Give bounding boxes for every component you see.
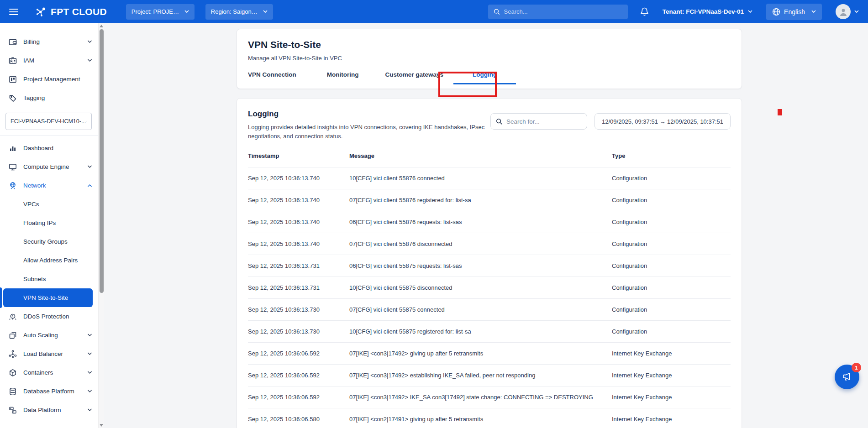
region-dropdown[interactable]: Region: Saigon (Vietn...: [205, 4, 273, 20]
chevron-down-icon: [854, 10, 859, 13]
sidebar-item-label: Load Balancer: [23, 350, 63, 357]
sidebar-item-load-balancer[interactable]: Load Balancer: [0, 344, 98, 363]
sidebar-item-label: Auto Scaling: [23, 332, 58, 339]
cell-type: Internet Key Exchange: [612, 372, 731, 379]
tab-customer-gateways[interactable]: Customer gateways: [385, 71, 444, 84]
sidebar-item-label: Project Management: [23, 76, 80, 83]
column-header-type: Type: [612, 152, 731, 159]
log-table: Timestamp Message Type Sep 12, 2025 10:3…: [248, 148, 731, 428]
log-search-input[interactable]: [506, 118, 582, 125]
user-menu[interactable]: [836, 4, 859, 19]
sidebar-item-label: IAM: [23, 57, 34, 64]
selected-accent-bar: [0, 287, 2, 308]
chevron-down-icon: [811, 10, 816, 13]
project-management-icon: [8, 75, 17, 84]
cell-timestamp: Sep 12, 2025 10:36:06.592: [248, 394, 349, 401]
announcements-button[interactable]: 1: [835, 365, 859, 389]
cell-timestamp: Sep 12, 2025 10:36:13.740: [248, 175, 349, 182]
date-range-picker[interactable]: 12/09/2025, 09:37:51 → 12/09/2025, 10:37…: [594, 113, 731, 130]
sidebar-item-label: Dashboard: [23, 145, 53, 151]
tag-icon: [8, 94, 17, 103]
cell-message: 07[CFG] vici client 55875 connected: [349, 306, 612, 313]
cell-type: Configuration: [612, 240, 731, 247]
sidebar-item-security-groups[interactable]: Security Groups: [0, 232, 98, 251]
database-icon: [8, 387, 17, 396]
sidebar-item-containers[interactable]: Containers: [0, 363, 98, 382]
chevron-down-icon: [87, 408, 92, 412]
sidebar-item-vpcs[interactable]: VPCs: [0, 195, 98, 214]
sidebar-item-label: Network: [23, 182, 46, 189]
sidebar-selected-wrap: VPN Site-to-Site: [0, 288, 98, 307]
sidebar-item-compute-engine[interactable]: Compute Engine: [0, 157, 98, 176]
network-icon: [8, 181, 17, 190]
cell-timestamp: Sep 12, 2025 10:36:06.592: [248, 350, 349, 357]
sidebar-item-floating-ips[interactable]: Floating IPs: [0, 214, 98, 232]
sidebar-item-vpn-site-to-site[interactable]: VPN Site-to-Site: [3, 288, 93, 307]
sidebar-item-subnets[interactable]: Subnets: [0, 270, 98, 288]
sidebar-item-database-platform[interactable]: Database Platform: [0, 382, 98, 401]
sidebar-scrollbar-thumb[interactable]: [100, 29, 104, 293]
project-dropdown-label: Project: PROJECT_FCI-...: [132, 8, 180, 15]
sidebar-item-label: Tagging: [23, 94, 45, 101]
logging-title: Logging: [248, 110, 490, 119]
cell-message: 07[IKE] <con3|17492> establishing IKE_SA…: [349, 372, 612, 379]
table-row: Sep 12, 2025 10:36:06.592 07[IKE] <con3|…: [248, 386, 731, 408]
chevron-down-icon: [87, 165, 92, 168]
sidebar-item-label: Allow Address Pairs: [23, 257, 78, 264]
logo-spark-icon: [35, 5, 47, 18]
chevron-down-icon: [87, 390, 92, 393]
cell-message: 07[IKE] <con3|17492> giving up after 5 r…: [349, 350, 612, 357]
tab-bar: VPN Connection Monitoring Customer gatew…: [248, 71, 731, 84]
tab-logging[interactable]: Logging: [473, 71, 497, 84]
scrollbar-down-arrow[interactable]: [100, 424, 103, 427]
billing-icon: [8, 37, 17, 47]
top-header: FPT CLOUD Project: PROJECT_FCI-... Regio…: [0, 0, 868, 23]
sidebar-item-project-management[interactable]: Project Management: [0, 70, 98, 89]
vpc-selector-label: FCI-VPNAAS-DEV-HCM10-...: [11, 118, 86, 125]
sidebar-item-label: Compute Engine: [23, 163, 69, 170]
chevron-down-icon: [184, 10, 189, 13]
auto-scaling-icon: [8, 331, 17, 340]
cell-timestamp: Sep 12, 2025 10:36:13.730: [248, 306, 349, 313]
sidebar-item-iam[interactable]: IAM: [0, 51, 98, 70]
sidebar: Billing IAM Project Management Tagging F…: [0, 23, 104, 428]
cell-message: 07[IKE] <con2|17491> giving up after 5 r…: [349, 416, 612, 423]
sidebar-item-allow-address-pairs[interactable]: Allow Address Pairs: [0, 251, 98, 270]
sidebar-item-ddos-protection[interactable]: DDoS Protection: [0, 307, 98, 326]
cell-message: 06[CFG] vici client 55875 requests: list…: [349, 262, 612, 269]
globe-icon: [772, 8, 780, 16]
vpc-selector-dropdown[interactable]: FCI-VPNAAS-DEV-HCM10-...: [5, 113, 92, 130]
cell-timestamp: Sep 12, 2025 10:36:13.740: [248, 219, 349, 225]
cell-timestamp: Sep 12, 2025 10:36:06.580: [248, 416, 349, 423]
sidebar-item-billing[interactable]: Billing: [0, 32, 98, 51]
sidebar-item-data-platform[interactable]: Data Platform: [0, 401, 98, 419]
project-dropdown[interactable]: Project: PROJECT_FCI-...: [126, 4, 195, 20]
tab-monitoring[interactable]: Monitoring: [327, 71, 359, 84]
cell-type: Internet Key Exchange: [612, 416, 731, 423]
sidebar-item-tagging[interactable]: Tagging: [0, 89, 98, 107]
sidebar-item-label: Data Platform: [23, 407, 61, 413]
sidebar-item-dashboard[interactable]: Dashboard: [0, 139, 98, 157]
cell-type: Configuration: [612, 197, 731, 204]
notification-badge: 1: [852, 363, 861, 372]
cell-type: Configuration: [612, 262, 731, 269]
notifications-bell-icon[interactable]: [640, 7, 649, 16]
page-subtitle: Manage all VPN Site-to-Site in VPC: [248, 55, 731, 62]
hamburger-menu-icon[interactable]: [9, 7, 18, 17]
global-search-input[interactable]: [504, 8, 622, 15]
fpt-cloud-logo: FPT CLOUD: [35, 5, 107, 18]
sidebar-item-label: Billing: [23, 38, 40, 45]
cell-message: 07[IKE] <con3|17492> IKE_SA con3[17492] …: [349, 394, 612, 401]
cell-message: 10[CFG] vici client 55875 registered for…: [349, 328, 612, 335]
tab-vpn-connection[interactable]: VPN Connection: [248, 71, 296, 84]
sidebar-item-auto-scaling[interactable]: Auto Scaling: [0, 326, 98, 344]
logging-card: Logging Logging provides detailed insigh…: [237, 98, 742, 428]
sidebar-item-network[interactable]: Network: [0, 176, 98, 195]
table-row: Sep 12, 2025 10:36:13.740 07[CFG] vici c…: [248, 233, 731, 255]
scrollbar-up-arrow[interactable]: [100, 25, 103, 27]
user-icon: [839, 7, 848, 16]
sidebar-scrollbar[interactable]: [98, 23, 104, 428]
cell-message: 07[CFG] vici client 55876 registered for…: [349, 197, 612, 204]
language-selector[interactable]: English: [766, 4, 822, 20]
tenant-dropdown[interactable]: Tenant: FCI-VPNaaS-Dev-01: [663, 8, 752, 15]
